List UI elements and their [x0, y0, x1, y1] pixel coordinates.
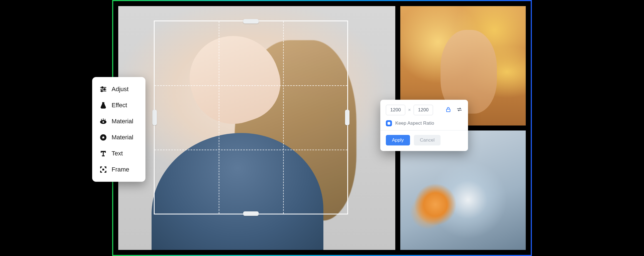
tool-frame[interactable]: Frame — [99, 163, 139, 176]
tool-material-star[interactable]: Material — [99, 131, 139, 144]
tool-effect[interactable]: Effect — [99, 99, 139, 112]
resize-panel: × Keep Aspect Ratio Apply Cancel — [380, 100, 468, 151]
dimensions-row: × — [386, 105, 462, 115]
tool-label: Effect — [112, 102, 127, 109]
flask-icon — [99, 101, 107, 109]
keep-aspect-label: Keep Aspect Ratio — [395, 121, 434, 126]
tool-material-eye[interactable]: Material — [99, 115, 139, 128]
gradient-frame — [112, 0, 532, 256]
crop-handle-bottom[interactable] — [243, 211, 259, 216]
dimension-separator: × — [408, 107, 411, 113]
height-input[interactable] — [414, 105, 433, 115]
swap-icon[interactable] — [456, 106, 462, 114]
crop-selection[interactable] — [154, 21, 348, 214]
svg-rect-13 — [447, 109, 450, 112]
star-badge-icon — [99, 134, 107, 141]
apply-button[interactable]: Apply — [386, 135, 410, 145]
svg-point-7 — [102, 121, 104, 123]
crop-handle-right[interactable] — [345, 110, 349, 125]
tool-label: Frame — [112, 166, 129, 173]
tool-text[interactable]: Text — [99, 147, 139, 160]
eye-icon — [99, 117, 107, 125]
frame-inner — [113, 1, 531, 255]
main-canvas[interactable] — [118, 6, 395, 250]
crop-grid-line — [155, 85, 347, 86]
tools-panel: Adjust Effect Material Material Text Fra… — [92, 77, 145, 182]
tool-label: Adjust — [112, 86, 129, 93]
tool-label: Material — [112, 134, 133, 141]
tool-adjust[interactable]: Adjust — [99, 83, 139, 96]
crop-handle-left[interactable] — [152, 110, 157, 125]
frame-icon — [99, 166, 107, 173]
panel-divider — [380, 130, 468, 130]
tool-label: Material — [112, 118, 133, 125]
svg-point-5 — [101, 90, 102, 92]
cancel-button[interactable]: Cancel — [414, 135, 441, 145]
svg-rect-12 — [102, 169, 104, 171]
crop-grid-line — [219, 21, 219, 214]
sliders-icon — [99, 85, 107, 93]
panel-buttons: Apply Cancel — [386, 135, 462, 145]
editor-stage — [112, 0, 532, 256]
crop-grid-line — [155, 150, 347, 150]
svg-point-1 — [102, 87, 103, 88]
lock-icon[interactable] — [445, 106, 451, 114]
tool-label: Text — [112, 150, 123, 157]
keep-aspect-row[interactable]: Keep Aspect Ratio — [386, 120, 462, 126]
width-input[interactable] — [386, 105, 405, 115]
text-icon — [99, 150, 107, 157]
crop-grid-line — [283, 21, 284, 214]
crop-handle-top[interactable] — [243, 19, 259, 24]
svg-point-3 — [104, 89, 105, 90]
keep-aspect-checkbox[interactable] — [386, 120, 392, 126]
